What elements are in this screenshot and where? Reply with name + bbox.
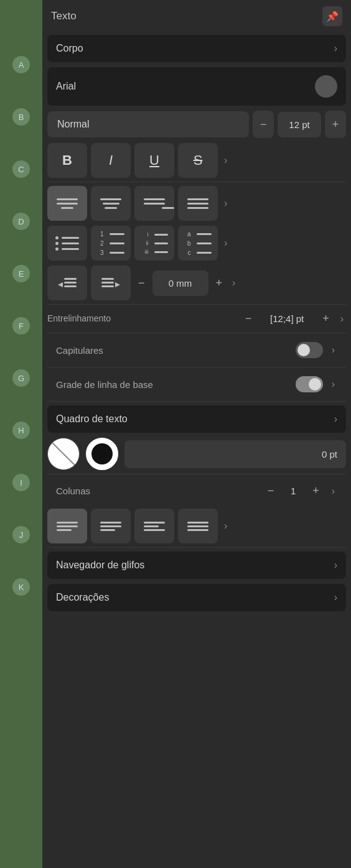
glyph-browser-chevron: › — [334, 560, 337, 571]
drop-caps-toggle[interactable] — [296, 342, 323, 358]
align-left-button[interactable] — [47, 186, 87, 221]
line-spacing-decrease-button[interactable]: − — [241, 310, 256, 328]
outdent-button[interactable] — [47, 265, 87, 300]
drop-caps-knob — [297, 344, 310, 356]
divider-6 — [47, 474, 346, 474]
font-size-increase-button[interactable]: + — [325, 111, 346, 138]
italic-button[interactable]: I — [91, 143, 131, 178]
align-line — [61, 207, 73, 209]
align-line — [103, 203, 119, 205]
sidebar-label-i: I — [12, 474, 30, 491]
columns-row: Colunas − 1 + › — [47, 478, 346, 504]
baseline-grid-chevron: › — [329, 379, 337, 390]
indent-decrease-button[interactable]: − — [134, 274, 149, 292]
line-spacing-increase-button[interactable]: + — [319, 310, 333, 328]
align-chevron: › — [222, 198, 230, 209]
sidebar-label-d: D — [12, 213, 30, 230]
valign-middle-bar — [100, 525, 121, 527]
font-size-decrease-button[interactable]: − — [253, 111, 274, 138]
valign-bottom-bar — [144, 529, 165, 531]
line-spacing-label: Entrelinhamento — [47, 313, 236, 324]
text-frame-row[interactable]: Quadro de texto › — [47, 405, 346, 433]
strikethrough-button[interactable]: S — [178, 143, 218, 178]
sidebar-label-a: A — [12, 56, 30, 73]
divider-3 — [47, 333, 346, 333]
alpha-list-icon: a b c — [185, 231, 212, 256]
glyph-browser-label: Navegador de glifos — [56, 560, 144, 571]
stroke-value-label: 0 pt — [322, 449, 337, 459]
align-line — [57, 198, 78, 200]
valign-bottom-button[interactable] — [134, 509, 174, 543]
text-frame-label: Quadro de texto — [56, 413, 128, 425]
indent-button[interactable] — [91, 265, 131, 300]
main-panel: Texto 📌 Corpo › Arial Normal − 12 pt + B… — [42, 0, 351, 868]
line-spacing-value: [12;4] pt — [259, 313, 315, 324]
baseline-grid-row: Grade de linha de base › — [47, 371, 346, 397]
list-row: 1 2 3 i ii iii a b c › — [47, 226, 346, 261]
stroke-width-display[interactable]: 0 pt — [124, 440, 346, 468]
sidebar-label-e: E — [12, 265, 30, 282]
underline-button[interactable]: U — [134, 143, 174, 178]
pin-button[interactable]: 📌 — [322, 6, 342, 26]
svg-rect-6 — [101, 285, 114, 287]
stroke-color-button[interactable] — [86, 438, 118, 470]
align-line — [162, 207, 174, 209]
sidebar-label-j: J — [12, 526, 30, 543]
columns-increase-button[interactable]: + — [309, 482, 323, 500]
font-style-label[interactable]: Normal — [47, 111, 249, 137]
fill-color-button[interactable] — [47, 438, 80, 470]
bullet-list-button[interactable] — [47, 226, 87, 261]
alpha-list-button[interactable]: a b c — [178, 226, 218, 261]
indent-chevron: › — [230, 277, 238, 289]
columns-value-display: 1 — [284, 486, 302, 496]
svg-marker-7 — [115, 282, 120, 287]
columns-decrease-button[interactable]: − — [264, 482, 278, 500]
list-chevron: › — [222, 238, 230, 249]
indent-row: − 0 mm + › — [47, 265, 346, 300]
vertical-align-row: › — [47, 509, 346, 543]
format-chevron: › — [222, 155, 230, 166]
columns-chevron: › — [329, 486, 337, 497]
align-line — [57, 203, 78, 205]
font-name-label: Arial — [56, 81, 76, 92]
svg-rect-1 — [64, 282, 77, 284]
indent-icon — [101, 275, 120, 290]
sidebar-label-c: C — [12, 160, 30, 178]
sidebar-label-b: B — [12, 108, 30, 126]
valign-distribute-button[interactable] — [178, 509, 218, 543]
line-spacing-row: Entrelinhamento − [12;4] pt + › — [47, 308, 346, 329]
align-justify-button[interactable] — [178, 186, 218, 221]
font-row[interactable]: Arial — [47, 67, 346, 106]
decorations-chevron: › — [334, 592, 337, 603]
valign-top-button[interactable] — [47, 509, 87, 543]
align-line — [187, 207, 208, 209]
roman-list-icon: i ii iii — [141, 231, 168, 255]
panel-title: Texto — [51, 10, 77, 22]
body-style-chevron: › — [334, 43, 337, 54]
format-buttons-row: B I U S › — [47, 143, 346, 178]
glyph-browser-row[interactable]: Navegador de glifos › — [47, 552, 346, 579]
indent-value-display: 0 mm — [152, 270, 208, 296]
text-frame-chevron: › — [334, 413, 337, 425]
decorations-label: Decorações — [56, 592, 109, 603]
divider-5 — [47, 401, 346, 402]
roman-list-button[interactable]: i ii iii — [134, 226, 174, 261]
decorations-row[interactable]: Decorações › — [47, 584, 346, 611]
font-size-display: 12 pt — [278, 112, 321, 137]
baseline-grid-toggle[interactable] — [296, 376, 323, 392]
align-center-button[interactable] — [91, 186, 131, 221]
indent-increase-button[interactable]: + — [212, 274, 227, 292]
bold-button[interactable]: B — [47, 143, 87, 178]
divider-2 — [47, 304, 346, 305]
align-right-button[interactable] — [134, 186, 174, 221]
font-color-circle[interactable] — [315, 75, 337, 98]
divider-4 — [47, 367, 346, 367]
numbered-list-button[interactable]: 1 2 3 — [91, 226, 131, 261]
sidebar-rail: A B C D E F G H I J K — [0, 0, 42, 868]
body-style-row[interactable]: Corpo › — [47, 35, 346, 62]
sidebar-label-g: G — [12, 369, 30, 387]
valign-middle-button[interactable] — [91, 509, 131, 543]
sidebar-label-h: H — [12, 422, 30, 439]
align-line — [144, 203, 165, 205]
divider-7 — [47, 547, 346, 548]
